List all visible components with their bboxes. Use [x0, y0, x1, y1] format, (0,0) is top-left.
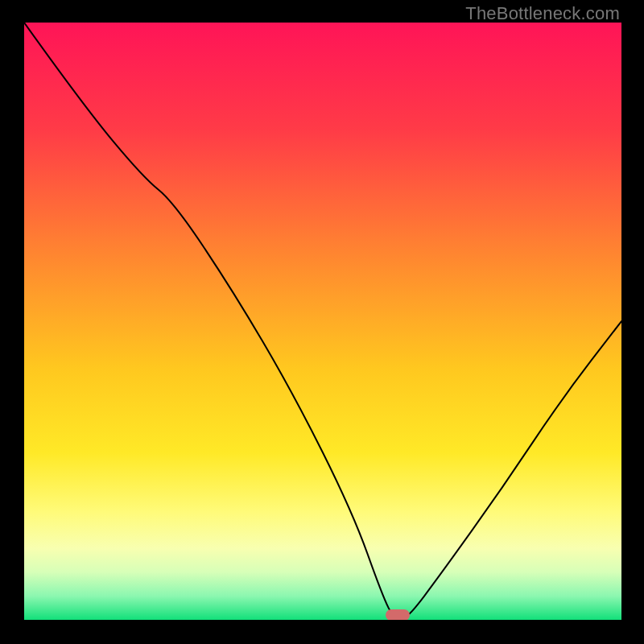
chart-curve [24, 23, 621, 620]
chart-plot-area [24, 23, 621, 620]
optimal-point-marker [386, 609, 410, 620]
watermark-text: TheBottleneck.com [465, 3, 620, 24]
